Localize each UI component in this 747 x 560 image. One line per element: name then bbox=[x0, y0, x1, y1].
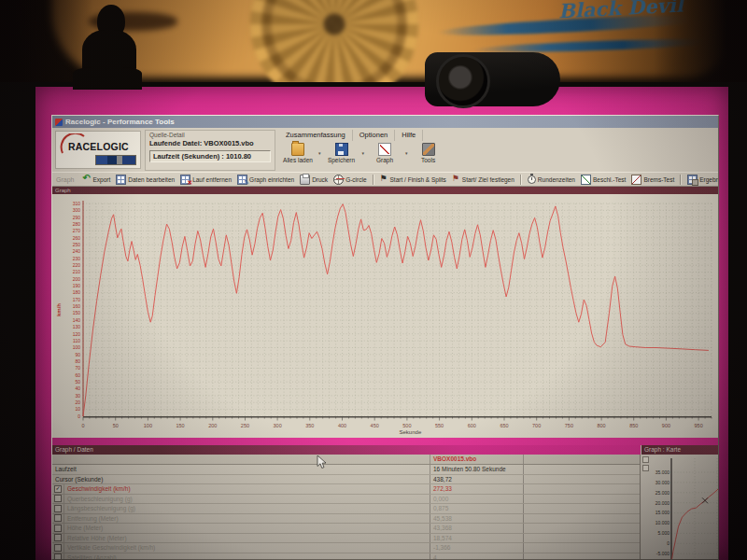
menu-item-zusammenfassung[interactable]: Zusammenfassung bbox=[279, 130, 353, 141]
title-bar[interactable]: Racelogic - Performance Tools bbox=[52, 116, 718, 128]
quick-button-graph[interactable]: Graph bbox=[366, 143, 403, 163]
svg-text:210: 210 bbox=[73, 269, 81, 274]
svg-text:150: 150 bbox=[176, 423, 184, 428]
toolbar-button-start-ziel-festlegen[interactable]: Start/ Ziel festlegen bbox=[452, 175, 514, 184]
svg-text:120: 120 bbox=[73, 331, 81, 337]
menu-item-hilfe[interactable]: Hilfe bbox=[395, 130, 423, 141]
table-row[interactable]: Höhe (Meter)43,368 bbox=[52, 524, 640, 534]
svg-text:240: 240 bbox=[73, 248, 81, 254]
toolbar-button-g-circle[interactable]: G-circle bbox=[333, 175, 366, 185]
poster-shadow-right bbox=[654, 0, 747, 82]
quick-button-alles-laden[interactable]: Alles laden bbox=[279, 143, 317, 163]
dropdown-arrow-icon[interactable]: ▾ bbox=[318, 150, 321, 156]
svg-text:400: 400 bbox=[338, 423, 346, 428]
row-value: 0,875 bbox=[430, 504, 524, 513]
row-value: 272,33 bbox=[430, 484, 524, 494]
panel-splitter[interactable] bbox=[52, 438, 718, 445]
svg-text:550: 550 bbox=[435, 423, 444, 428]
toolbar-button-label: G-circle bbox=[345, 176, 366, 183]
svg-text:90: 90 bbox=[75, 352, 80, 357]
svg-text:280: 280 bbox=[73, 221, 81, 227]
table-row[interactable]: Relative Höhe (Meter)18,574 bbox=[52, 534, 640, 544]
toolbar-button-label: Rundenzeiten bbox=[538, 176, 575, 183]
toolbar-button-lauf-entfernen[interactable]: Lauf entfernen bbox=[180, 175, 232, 185]
data-panel-header[interactable]: Graph / Daten bbox=[52, 445, 641, 455]
start-finish-flag-icon bbox=[380, 175, 388, 184]
svg-text:15.000: 15.000 bbox=[655, 510, 670, 515]
table-row[interactable]: Längsbeschleunigung (g)0,875 bbox=[52, 504, 640, 514]
svg-text:250: 250 bbox=[241, 423, 249, 428]
graph-panel-body[interactable]: 0102030405060708090100110120130140150160… bbox=[52, 194, 718, 438]
table-row[interactable]: Querbeschleunigung (g)0,000 bbox=[52, 495, 640, 505]
toolbar-button-rundenzeiten[interactable]: Rundenzeiten bbox=[528, 175, 575, 184]
graph-panel-header[interactable]: Graph bbox=[52, 187, 718, 194]
toolbar-button-label: Druck bbox=[312, 176, 328, 183]
dropdown-arrow-icon[interactable]: ▾ bbox=[362, 150, 365, 156]
row-label: Entfernung (Meter) bbox=[64, 514, 430, 524]
svg-text:20.000: 20.000 bbox=[655, 500, 670, 506]
table-row[interactable]: ✓Geschwindigkeit (km/h)272,33 bbox=[52, 484, 640, 495]
checkbox-icon[interactable] bbox=[54, 525, 62, 532]
toolbar-separator bbox=[373, 175, 374, 185]
poster-car-wheel bbox=[250, 0, 418, 82]
svg-text:30.000: 30.000 bbox=[655, 480, 670, 485]
start-ziel-flag-icon bbox=[452, 175, 460, 184]
map-panel-header[interactable]: Graph : Karte bbox=[641, 445, 718, 455]
checkbox-icon[interactable] bbox=[54, 514, 62, 522]
toolbar-button-ergebn-löschen[interactable]: Ergebn. löschen bbox=[687, 175, 718, 185]
speed-chart[interactable]: 0102030405060708090100110120130140150160… bbox=[52, 194, 718, 438]
toolbar-button-druck[interactable]: Druck bbox=[300, 175, 328, 185]
table-row[interactable]: Vertikale Geschwindigkeit (km/h)-1,366 bbox=[52, 543, 640, 553]
checkbox-icon[interactable] bbox=[54, 505, 62, 512]
toolbar-button-graph-einrichten[interactable]: Graph einrichten bbox=[237, 175, 294, 185]
checkbox-icon[interactable] bbox=[54, 495, 62, 502]
quick-button-label: Speichern bbox=[328, 157, 355, 163]
folder-open-icon bbox=[291, 143, 304, 156]
dropdown-arrow-icon[interactable]: ▾ bbox=[405, 150, 408, 156]
toolbar-button-brems-test[interactable]: Brems-Test bbox=[631, 175, 674, 185]
svg-text:130: 130 bbox=[73, 324, 81, 329]
svg-text:850: 850 bbox=[629, 423, 638, 428]
svg-text:0: 0 bbox=[81, 423, 84, 428]
svg-text:5.000: 5.000 bbox=[657, 530, 669, 536]
toolbar-button-export[interactable]: Export bbox=[82, 175, 110, 184]
stopwatch-icon bbox=[528, 175, 536, 184]
loaded-file-line: Laufende Datei: VBOX0015.vbo bbox=[149, 139, 271, 147]
svg-text:35.000: 35.000 bbox=[655, 469, 670, 475]
mouse-cursor bbox=[317, 455, 328, 469]
value-column-header[interactable]: VBOX0015.vbo bbox=[430, 455, 524, 464]
quick-buttons: Alles laden▾Speichern▾Graph▾Tools bbox=[279, 143, 447, 163]
svg-text:650: 650 bbox=[500, 423, 508, 428]
table-row[interactable]: Satelliten (Anzahl)4 bbox=[52, 553, 640, 560]
quick-button-label: Graph bbox=[376, 157, 393, 163]
quick-button-speichern[interactable]: Speichern bbox=[323, 143, 360, 163]
toolbar-button-label: Start/ Ziel festlegen bbox=[462, 176, 514, 183]
map-panel-title: Graph : Karte bbox=[644, 446, 681, 453]
map-tool-button[interactable] bbox=[642, 456, 649, 463]
table-row[interactable]: Cursor (Sekunde)438,72 bbox=[52, 475, 640, 485]
toolbar-button-beschl-test[interactable]: Beschl.-Test bbox=[581, 175, 626, 185]
map-chart[interactable]: 35.00030.00025.00020.00015.00010.0005.00… bbox=[651, 455, 718, 559]
svg-text:70: 70 bbox=[75, 365, 80, 371]
checkbox-checked-icon[interactable]: ✓ bbox=[54, 485, 62, 493]
checkbox-icon[interactable] bbox=[54, 534, 62, 541]
menu-item-optionen[interactable]: Optionen bbox=[353, 130, 395, 141]
map-panel-body[interactable]: 35.00030.00025.00020.00015.00010.0005.00… bbox=[641, 455, 718, 559]
chart-icon bbox=[378, 143, 391, 156]
checkbox-icon[interactable] bbox=[54, 553, 62, 559]
toolbar-button-start-finish-splits[interactable]: Start / Finish & Splits bbox=[380, 175, 446, 184]
toolbar-buttons: ExportDaten bearbeitenLauf entfernenGrap… bbox=[79, 175, 718, 185]
toolbar-button-daten-bearbeiten[interactable]: Daten bearbeiten bbox=[116, 175, 175, 185]
svg-text:10.000: 10.000 bbox=[655, 520, 670, 525]
undo-arrow-icon bbox=[82, 175, 91, 184]
map-tool-button[interactable] bbox=[642, 465, 649, 471]
quick-button-tools[interactable]: Tools bbox=[410, 143, 447, 163]
svg-text:10: 10 bbox=[75, 406, 80, 412]
table-row[interactable]: Entfernung (Meter)45,538 bbox=[52, 514, 640, 525]
checkbox-icon[interactable] bbox=[54, 544, 62, 552]
table-remove-icon bbox=[180, 175, 190, 185]
table-row[interactable]: Laufzeit16 Minuten 50.80 Sekunde bbox=[52, 465, 640, 475]
svg-text:180: 180 bbox=[73, 289, 81, 295]
row-value: 45,538 bbox=[430, 514, 524, 524]
monitor-screen: Racelogic - Performance Tools RACELOGIC … bbox=[35, 87, 728, 560]
